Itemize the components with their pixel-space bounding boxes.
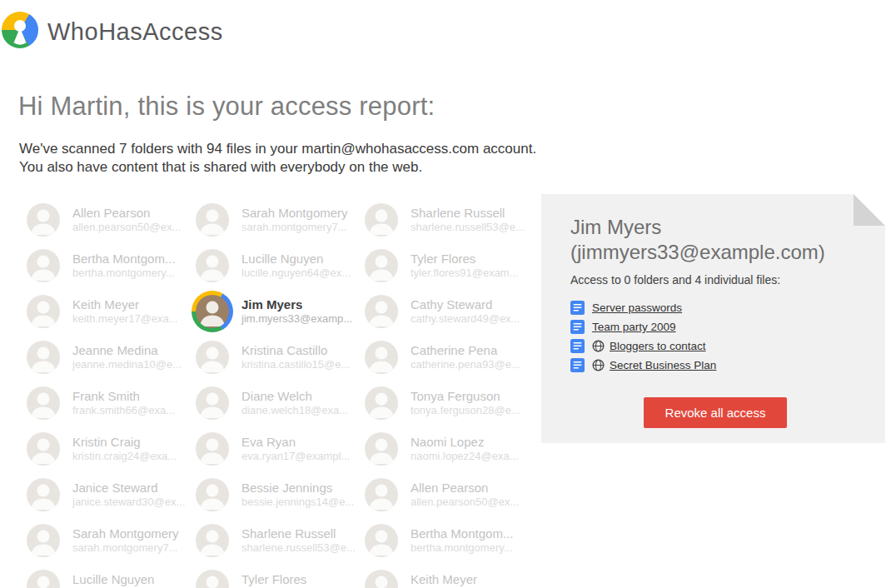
user-text: Tyler Flores tyler.flores91@exam... (241, 571, 350, 588)
user-email: kristin.craig24@exa... (72, 450, 177, 463)
user-list-item[interactable]: Sarah Montgomery sarah.montgomery7... (22, 517, 192, 563)
user-name: Sharlene Russell (411, 205, 525, 221)
avatar-ring (361, 199, 402, 241)
user-email: bessie.jennings14@e... (241, 496, 354, 509)
avatar (365, 478, 398, 511)
scan-summary-line2: You also have content that is shared wit… (19, 159, 422, 175)
user-list-item[interactable]: Diane Welch diane.welch18@exa... (192, 380, 361, 426)
avatar-ring (192, 428, 233, 470)
avatar-ring (192, 291, 233, 332)
user-list-item[interactable]: Sarah Montgomery sarah.montgomery7... (192, 197, 361, 242)
user-list-item[interactable]: Kristina Castillo kristina.castillo15@e.… (192, 334, 361, 380)
avatar-ring (22, 291, 64, 332)
user-name: Bertha Montgom... (411, 526, 513, 541)
public-globe-icon (592, 340, 605, 352)
user-email: sharlene.russell53@e... (241, 541, 356, 555)
file-link[interactable]: Team party 2009 (592, 321, 676, 333)
user-text: Tonya Ferguson tonya.ferguson28@e... (411, 388, 520, 417)
user-list-item[interactable]: Allen Pearson allen.pearson50@ex... (22, 197, 192, 242)
page-title: Hi Martin, this is your access report: (18, 92, 435, 122)
user-list-item[interactable]: Sharlene Russell sharlene.russell53@e... (361, 197, 530, 242)
user-list-item[interactable]: Jeanne Medina jeanne.medina10@e... (22, 334, 192, 380)
avatar-ring (22, 382, 64, 424)
document-icon (570, 358, 585, 372)
user-text: Jeanne Medina jeanne.medina10@e... (72, 342, 182, 371)
user-list-item[interactable]: Bessie Jennings bessie.jennings14@e... (192, 471, 361, 517)
user-name: Naomi Lopez (411, 434, 519, 450)
avatar-ring (361, 291, 402, 332)
avatar-ring (192, 474, 233, 516)
user-list-item[interactable]: Jim Myers jim.myers33@examp... (192, 288, 361, 334)
user-list-item[interactable]: Keith Meyer keith.meyer17@exa... (22, 288, 192, 334)
user-column: Sarah Montgomery sarah.montgomery7... Lu… (192, 197, 361, 588)
file-link[interactable]: Server passwords (592, 301, 682, 314)
user-list-item[interactable]: Cathy Steward cathy.steward49@ex... (361, 288, 530, 334)
avatar (27, 524, 60, 557)
user-name: Allen Pearson (411, 480, 519, 496)
user-list-item[interactable]: Tonya Ferguson tonya.ferguson28@e... (361, 380, 530, 426)
avatar-ring (22, 428, 64, 470)
user-list-item[interactable]: Sharlene Russell sharlene.russell53@e... (192, 517, 361, 563)
app-logo-keyhole-icon (2, 12, 38, 48)
person-icon (196, 386, 229, 420)
user-list-item[interactable]: Bertha Montgom... bertha.montgomery... (22, 242, 192, 288)
user-list-item[interactable]: Allen Pearson allen.pearson50@ex... (361, 471, 530, 517)
user-text: Diane Welch diane.welch18@exa... (241, 388, 348, 417)
user-email: tonya.ferguson28@e... (411, 404, 520, 417)
file-item: Secret Business Plan (570, 356, 860, 375)
user-name: Tyler Flores (411, 251, 519, 267)
user-name: Frank Smith (72, 388, 175, 404)
person-icon (27, 524, 60, 557)
user-list-item[interactable]: Lucille Nguyen lucille.nguyen64@ex... (22, 563, 192, 588)
user-list-item[interactable]: Catherine Pena catherine.pena93@e... (361, 334, 530, 380)
user-name: Tonya Ferguson (411, 388, 520, 404)
user-list-item[interactable]: Bertha Montgom... bertha.montgomery... (361, 517, 530, 563)
person-icon (196, 524, 229, 557)
user-email: sharlene.russell53@e... (411, 221, 525, 234)
user-list-item[interactable]: Eva Ryan eva.ryan17@exampl... (192, 426, 361, 471)
avatar-ring (22, 520, 64, 561)
avatar (27, 249, 60, 282)
user-column: Allen Pearson allen.pearson50@ex... Bert… (22, 197, 192, 588)
avatar (27, 341, 60, 374)
user-list-item[interactable]: Naomi Lopez naomi.lopez24@exa... (361, 426, 530, 471)
user-text: Kristin Craig kristin.craig24@exa... (72, 434, 177, 463)
avatar (27, 432, 60, 466)
file-link[interactable]: Secret Business Plan (610, 359, 716, 371)
avatar (196, 570, 229, 588)
person-icon (27, 295, 60, 328)
app-title: WhoHasAccess (47, 18, 223, 46)
user-list-item[interactable]: Tyler Flores tyler.flores91@exam... (192, 563, 361, 588)
revoke-all-access-button[interactable]: Revoke all access (644, 397, 788, 428)
document-icon (570, 301, 585, 315)
person-icon (365, 341, 398, 374)
user-name: Diane Welch (241, 388, 348, 404)
file-link[interactable]: Bloggers to contact (610, 340, 706, 352)
user-text: Sharlene Russell sharlene.russell53@e... (411, 205, 525, 234)
avatar (196, 341, 229, 374)
user-text: Bertha Montgom... bertha.montgomery... (411, 526, 513, 555)
user-text: Cathy Steward cathy.steward49@ex... (411, 296, 520, 326)
avatar-ring (22, 474, 64, 516)
user-text: Eva Ryan eva.ryan17@exampl... (241, 434, 350, 463)
avatar-ring (192, 245, 233, 287)
person-icon (365, 295, 398, 328)
user-name: Jim Myers (241, 296, 352, 312)
page-fold-corner-icon (854, 194, 885, 226)
user-list-item[interactable]: Janice Steward janice.steward30@ex... (22, 471, 192, 517)
user-name: Lucille Nguyen (241, 251, 351, 267)
user-email: frank.smith66@exa... (72, 404, 175, 417)
user-list-item[interactable]: Tyler Flores tyler.flores91@exam... (361, 242, 530, 288)
avatar (196, 478, 229, 511)
user-list-item[interactable]: Keith Meyer keith.meyer17@exa... (361, 563, 530, 588)
user-text: Keith Meyer keith.meyer17@exa... (72, 296, 178, 326)
avatar-ring (361, 336, 402, 378)
scan-summary-line1: We've scanned 7 folders with 94 files in… (19, 141, 536, 157)
file-item: Server passwords (570, 298, 860, 317)
user-email: janice.steward30@ex... (72, 496, 185, 509)
person-icon (196, 570, 229, 588)
access-detail-panel: Jim Myers (jimmyers33@example.com) Acces… (541, 194, 885, 443)
user-list-item[interactable]: Lucille Nguyen lucille.nguyen64@ex... (192, 242, 361, 288)
user-list-item[interactable]: Kristin Craig kristin.craig24@exa... (22, 426, 192, 471)
user-list-item[interactable]: Frank Smith frank.smith66@exa... (22, 380, 192, 426)
